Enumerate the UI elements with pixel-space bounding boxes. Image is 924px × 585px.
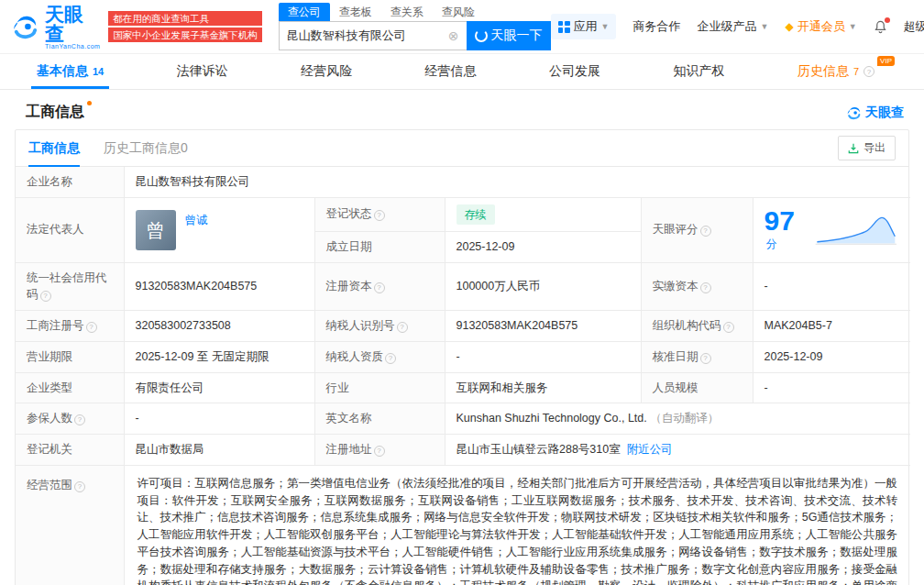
nearby-companies-link[interactable]: 附近公司 [627,443,673,456]
field-label: 统一社会信用代码? [16,262,124,311]
field-label: 英文名称 [314,403,445,435]
score-value: 97 [764,205,795,236]
header: 天眼查 TianYanCha.com 都在用的商业查询工具 国家中小企业发展子基… [0,0,924,53]
business-cooperation-link[interactable]: 商务合作 [632,18,680,35]
subtab-history-business-info[interactable]: 历史工商信息0 [104,130,188,166]
reg-number-value: 320583002733508 [124,311,314,342]
staff-size-value: - [753,372,910,403]
table-row: 营业期限 2025-12-09 至 无固定期限 纳税人资质? - 核准日期? 2… [16,341,910,372]
search-input[interactable] [287,29,448,43]
search-area: 查公司 查老板 查关系 查风险 ⊗ 天眼一下 [279,3,551,50]
tab-company-development[interactable]: 公司发展 [544,54,606,89]
legal-rep-link[interactable]: 曾诚 [185,212,208,229]
search-button-eye-icon [475,29,488,42]
tab-lawsuits[interactable]: 法律诉讼 [171,54,234,89]
help-icon[interactable]: ? [74,481,85,492]
tianyancha-eye-icon [845,105,862,121]
business-scope-value: 许可项目：互联网信息服务；第一类增值电信业务（依法须经批准的项目，经相关部门批准… [124,465,910,585]
header-right-nav: 应用 ▼ 商务合作 企业级产品 ▼ ◆ 开通会员 ▼ 超级风 [551,14,924,39]
table-row: 经营范围? 许可项目：互联网信息服务；第一类增值电信业务（依法须经批准的项目，经… [16,465,910,585]
search-button[interactable]: 天眼一下 [467,21,551,50]
apps-menu[interactable]: 应用 ▼ [551,14,617,39]
search-tab-risk[interactable]: 查风险 [433,3,484,22]
logo-subtext: TianYanCha.com [45,43,101,50]
org-code-value: MAK204B5-7 [753,311,910,342]
help-icon[interactable]: ? [397,322,408,333]
reg-status-value: 存续 [445,197,641,231]
slogan-line1: 都在用的商业查询工具 [108,11,262,26]
export-button[interactable]: 导出 [838,136,896,160]
vip-diamond-icon: ◆ [785,20,793,33]
tianyancha-logo[interactable]: 天眼查 TianYanCha.com [9,5,101,50]
notification-bell-icon[interactable] [874,20,887,34]
table-row: 参保人数? - 英文名称 Kunshan Shuzhi Technology C… [16,403,910,435]
company-type-value: 有限责任公司 [124,372,314,403]
search-tab-company[interactable]: 查公司 [279,3,330,22]
tab-operation-risk[interactable]: 经营风险 [295,54,358,89]
approval-date-value: 2025-12-09 [753,341,910,372]
tab-intellectual-property[interactable]: 知识产权 [667,54,730,89]
score-cell[interactable]: 97分 [753,197,910,262]
field-label: 成立日期 [314,231,445,262]
tab-operation-info[interactable]: 经营信息 [420,54,482,89]
legal-rep-avatar[interactable]: 曾 [136,210,176,250]
credit-code-value: 91320583MAK204B575 [124,262,314,311]
legal-rep-cell: 曾 曾诚 [124,197,314,262]
field-label: 注册地址? [314,435,445,466]
field-label: 企业名称 [16,167,124,197]
info-icon[interactable]: ? [864,66,874,77]
reg-capital-value: 100000万人民币 [445,262,641,311]
chevron-down-icon: ▼ [849,22,857,31]
clear-search-icon[interactable]: ⊗ [448,28,459,43]
company-name-value: 昆山数智科技有限公司 [124,167,910,197]
help-icon[interactable]: ? [374,210,385,221]
tab-history-info[interactable]: 历史信息7 ? VIP [792,54,880,89]
insured-count-value: - [124,403,314,435]
establish-date-value: 2025-12-09 [445,231,641,262]
export-icon [848,143,859,154]
orange-dot [87,101,92,105]
search-tab-boss[interactable]: 查老板 [330,3,381,22]
reg-authority-value: 昆山市数据局 [124,435,314,466]
help-icon[interactable]: ? [74,414,85,425]
field-label: 纳税人资质? [314,341,445,372]
search-tab-relation[interactable]: 查关系 [381,3,433,22]
help-icon[interactable]: ? [374,282,385,293]
help-icon[interactable]: ? [700,282,711,293]
help-icon[interactable]: ? [700,353,711,364]
subtab-business-info[interactable]: 工商信息 [28,130,80,166]
open-vip-menu[interactable]: ◆ 开通会员 ▼ [785,18,856,35]
help-icon[interactable]: ? [40,291,51,302]
field-label: 实缴资本? [641,262,753,311]
table-row: 企业类型 有限责任公司 行业 互联网和相关服务 人员规模 - [16,372,910,403]
vip-badge: VIP [877,56,895,66]
tab-basic-info[interactable]: 基本信息14 [31,54,109,89]
taxpayer-quality-value: - [445,341,641,372]
field-label: 经营范围? [16,465,124,585]
taxpayer-id-value: 91320583MAK204B575 [445,311,641,342]
table-row: 登记机关 昆山市数据局 注册地址? 昆山市玉山镇登云路288号310室 附近公司 [16,435,910,466]
field-label: 组织机构代码? [641,311,753,342]
field-label: 行业 [314,372,445,403]
table-row: 工商注册号? 320583002733508 纳税人识别号? 91320583M… [16,311,910,342]
field-label: 纳税人识别号? [314,311,445,342]
help-icon[interactable]: ? [723,322,734,333]
score-chart [814,209,899,251]
tianyancha-watermark: 天眼查 [845,105,904,121]
help-icon[interactable]: ? [374,446,385,457]
field-label: 登记机关 [16,435,124,466]
help-icon[interactable]: ? [86,322,97,333]
help-icon[interactable]: ? [385,353,396,364]
logo-text: 天眼查 [45,5,101,43]
field-label: 企业类型 [16,372,124,403]
paid-capital-value: - [753,262,910,311]
main-content: 工商信息 天眼查 工商信息 历史工商信息0 导出 企业名称 昆山数智科技有限公司 [0,90,924,585]
super-risk-link[interactable]: 超级风 [904,18,924,35]
chevron-down-icon: ▼ [760,22,768,31]
enterprise-products-menu[interactable]: 企业级产品 ▼ [697,18,768,35]
apps-grid-icon [558,21,570,33]
help-icon[interactable]: ? [700,226,711,237]
field-label: 注册资本? [314,262,445,311]
field-label: 登记状态? [314,197,445,231]
tianyancha-eye-icon [9,11,39,42]
